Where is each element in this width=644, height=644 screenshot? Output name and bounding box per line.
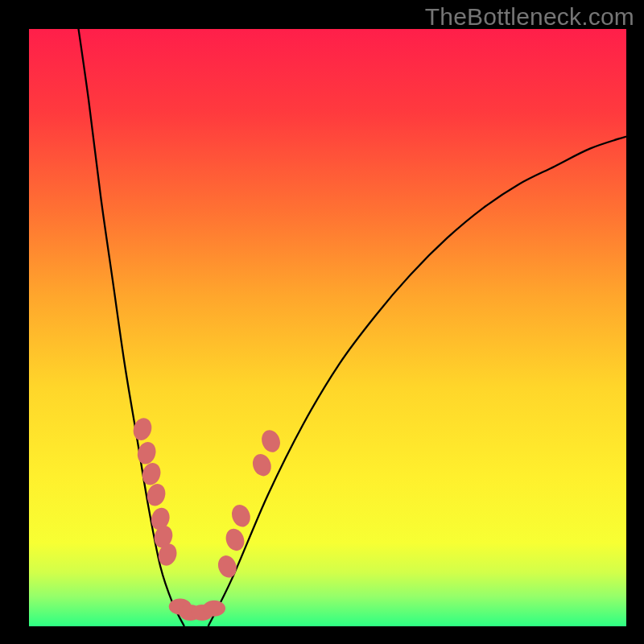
chart-canvas xyxy=(0,0,644,644)
watermark-text: TheBottleneck.com xyxy=(425,3,634,31)
plot-area xyxy=(29,17,626,626)
data-marker xyxy=(203,601,225,617)
bottleneck-chart: TheBottleneck.com xyxy=(0,0,644,644)
